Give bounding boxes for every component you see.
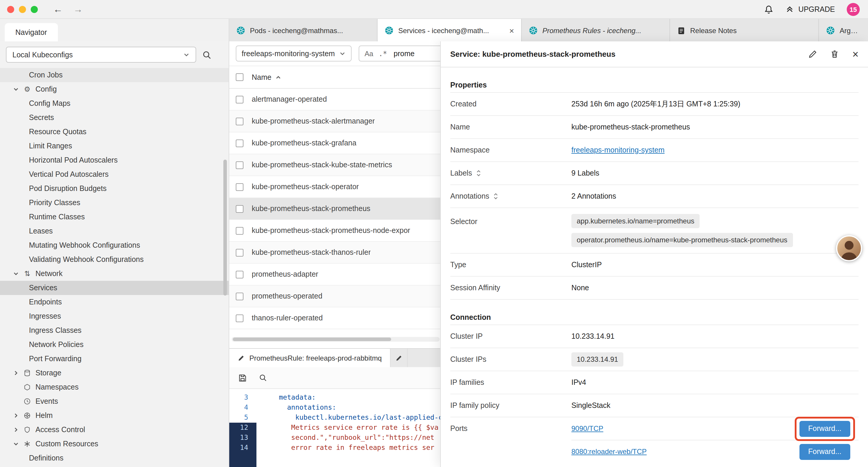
- sidebar-item-leases[interactable]: Leases: [0, 224, 229, 238]
- chevron-right-icon: [13, 427, 19, 433]
- history-nav: ← →: [53, 4, 83, 14]
- sidebar-item-mutating-webhook-configurations[interactable]: Mutating Webhook Configurations: [0, 238, 229, 253]
- dock-tab-partial[interactable]: [391, 349, 408, 367]
- sidebar-item-namespaces[interactable]: Namespaces: [0, 380, 229, 394]
- delete-trash-icon[interactable]: [831, 50, 839, 59]
- minimize-window-button[interactable]: [19, 6, 26, 13]
- sidebar-item-custom-resources[interactable]: Custom Resources: [0, 437, 229, 451]
- sidebar-item-ingresses[interactable]: Ingresses: [0, 309, 229, 323]
- sidebar-item-ingress-classes[interactable]: Ingress Classes: [0, 323, 229, 338]
- back-button[interactable]: ←: [53, 4, 63, 14]
- row-checkbox[interactable]: [236, 161, 243, 169]
- row-checkbox[interactable]: [236, 270, 243, 278]
- sidebar-item-config-maps[interactable]: Config Maps: [0, 96, 229, 111]
- sidebar-item-network[interactable]: ⇅ Network: [0, 267, 229, 281]
- zoom-window-button[interactable]: [31, 6, 38, 13]
- port-row-9090: 9090/TCP Forward...: [571, 417, 859, 440]
- sidebar-item-services[interactable]: Services: [0, 281, 229, 295]
- editor-search-icon[interactable]: [259, 374, 267, 382]
- sidebar-item-resource-quotas[interactable]: Resource Quotas: [0, 125, 229, 139]
- notifications-bell-icon[interactable]: [764, 4, 773, 14]
- kubeconfig-select[interactable]: Local Kubeconfigs: [6, 47, 196, 63]
- sidebar-item-secrets[interactable]: Secrets: [0, 111, 229, 125]
- tab-argo[interactable]: Argo S: [819, 19, 868, 42]
- close-panel-icon[interactable]: ×: [852, 49, 859, 59]
- presenter-avatar[interactable]: [836, 235, 862, 261]
- sidebar-item-horizontal-pod-autoscalers[interactable]: Horizontal Pod Autoscalers: [0, 153, 229, 167]
- sidebar-item-helm[interactable]: Helm: [0, 408, 229, 423]
- tab-bar: Navigator Pods - icecheng@mathmas... Ser…: [0, 19, 868, 42]
- notification-count-badge[interactable]: 15: [847, 3, 860, 16]
- row-checkbox[interactable]: [236, 227, 243, 234]
- sort-toggle-icon[interactable]: [476, 170, 482, 177]
- sidebar-scrollbar[interactable]: [223, 159, 227, 296]
- tab-services[interactable]: Services - icecheng@math... ×: [378, 19, 522, 42]
- column-header-name[interactable]: Name: [252, 73, 272, 81]
- tab-release-notes[interactable]: Release Notes: [670, 19, 819, 42]
- sidebar-item-port-forwarding[interactable]: Port Forwarding: [0, 352, 229, 366]
- sidebar-item-runtime-classes[interactable]: Runtime Classes: [0, 210, 229, 224]
- property-row-created: Created 253d 16h 6m ago (2025年1月13日 GMT+…: [450, 93, 859, 116]
- release-notes-icon: [677, 26, 685, 35]
- sidebar-item-storage[interactable]: Storage: [0, 366, 229, 380]
- close-window-button[interactable]: [7, 6, 14, 13]
- property-row-labels: Labels 9 Labels: [450, 162, 859, 185]
- close-tab-icon[interactable]: ×: [509, 26, 514, 35]
- row-checkbox[interactable]: [236, 205, 243, 212]
- cluster-icon: [529, 26, 538, 35]
- sidebar-item-access-control[interactable]: Access Control: [0, 423, 229, 437]
- upgrade-button[interactable]: UPGRADE: [785, 5, 835, 13]
- sidebar-item-events[interactable]: Events: [0, 394, 229, 408]
- select-all-checkbox[interactable]: [236, 73, 243, 81]
- row-checkbox[interactable]: [236, 314, 243, 322]
- sidebar-item-priority-classes[interactable]: Priority Classes: [0, 196, 229, 210]
- dock-tab-label: PrometheusRule: freeleaps-prod-rabbitmq: [249, 354, 382, 362]
- tab-prometheus-rules[interactable]: Prometheus Rules - icecheng...: [522, 19, 670, 42]
- sidebar-item-cron-jobs[interactable]: Cron Jobs: [0, 68, 229, 82]
- property-row-type: Type ClusterIP: [450, 254, 859, 276]
- sort-toggle-icon[interactable]: [493, 193, 499, 200]
- sort-ascending-icon[interactable]: [276, 74, 282, 80]
- namespace-link[interactable]: freeleaps-monitoring-system: [571, 146, 664, 154]
- port-link-9090[interactable]: 9090/TCP: [571, 425, 603, 433]
- sidebar-item-config[interactable]: ⚙ Config: [0, 82, 229, 96]
- row-checkbox[interactable]: [236, 139, 243, 147]
- dock-tab-prometheusrule[interactable]: PrometheusRule: freeleaps-prod-rabbitmq: [229, 349, 391, 367]
- sidebar-search-icon[interactable]: [202, 50, 212, 59]
- edit-pencil-icon[interactable]: [809, 50, 817, 59]
- row-checkbox[interactable]: [236, 95, 243, 103]
- tab-pods[interactable]: Pods - icecheng@mathmas...: [229, 19, 378, 42]
- namespace-select[interactable]: freeleaps-monitoring-system: [236, 46, 351, 61]
- forward-button-8080[interactable]: Forward...: [799, 444, 850, 460]
- connection-row-ports: Ports 9090/TCP Forward... 8080:reloader-…: [450, 417, 859, 463]
- save-icon[interactable]: [238, 373, 247, 382]
- row-checkbox[interactable]: [236, 292, 243, 300]
- navigator-panel-tab[interactable]: Navigator: [5, 23, 58, 42]
- gear-icon: ⚙: [23, 86, 31, 93]
- sidebar-item-network-policies[interactable]: Network Policies: [0, 338, 229, 352]
- port-link-8080[interactable]: 8080:reloader-web/TCP: [571, 447, 647, 456]
- tab-label: Release Notes: [690, 26, 811, 35]
- sidebar-item-endpoints[interactable]: Endpoints: [0, 295, 229, 309]
- row-checkbox[interactable]: [236, 183, 243, 191]
- sidebar-item-limit-ranges[interactable]: Limit Ranges: [0, 139, 229, 153]
- asterisk-icon: [23, 440, 31, 447]
- network-arrows-icon: ⇅: [23, 270, 31, 277]
- pencil-icon: [395, 354, 402, 361]
- sidebar-item-definitions[interactable]: Definitions: [0, 451, 229, 465]
- upgrade-label: UPGRADE: [798, 5, 835, 13]
- regex-toggle[interactable]: .*: [378, 49, 387, 58]
- row-checkbox[interactable]: [236, 249, 243, 256]
- property-row-selector: Selector app.kubernetes.io/name=promethe…: [450, 208, 859, 254]
- row-checkbox[interactable]: [236, 117, 243, 125]
- forward-button[interactable]: →: [73, 4, 83, 14]
- sidebar-item-pod-disruption-budgets[interactable]: Pod Disruption Budgets: [0, 181, 229, 196]
- forward-button-9090[interactable]: Forward...: [799, 420, 850, 437]
- horizontal-scrollbar[interactable]: [231, 337, 440, 342]
- match-case-toggle[interactable]: Aa: [365, 49, 373, 58]
- sidebar-item-validating-webhook-configurations[interactable]: Validating Webhook Configurations: [0, 253, 229, 267]
- titlebar-actions: UPGRADE 15: [764, 3, 860, 16]
- scrollbar-thumb[interactable]: [233, 338, 391, 341]
- sidebar-item-vertical-pod-autoscalers[interactable]: Vertical Pod Autoscalers: [0, 167, 229, 181]
- search-input[interactable]: [392, 49, 448, 58]
